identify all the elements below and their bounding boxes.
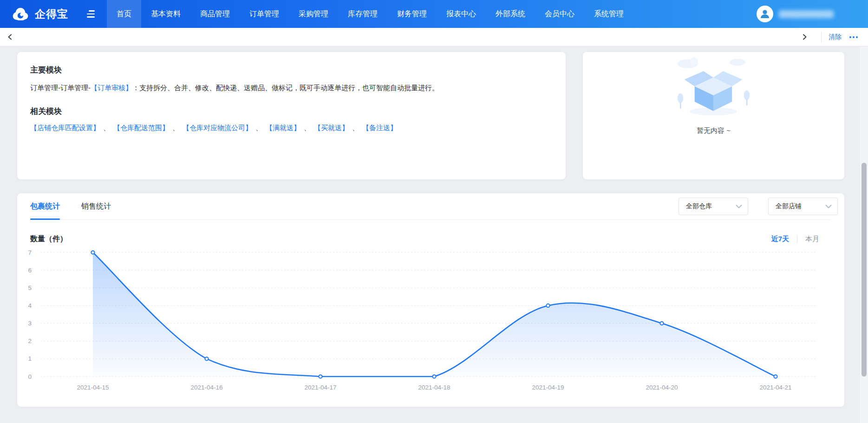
related-link-1[interactable]: 【仓库配送范围】 bbox=[113, 124, 169, 132]
svg-text:2021-04-18: 2021-04-18 bbox=[418, 384, 450, 391]
tab-package-stats[interactable]: 包裹统计 bbox=[30, 193, 60, 219]
nav-item-basic-data[interactable]: 基本资料 bbox=[141, 0, 190, 28]
related-link-2[interactable]: 【仓库对应物流公司】 bbox=[183, 124, 252, 132]
link-separator: 、 bbox=[352, 124, 359, 132]
warehouse-filter-select[interactable]: 全部仓库 bbox=[679, 198, 748, 215]
svg-text:2021-04-15: 2021-04-15 bbox=[77, 384, 109, 391]
top-navbar: 企得宝 首页基本资料商品管理订单管理采购管理库存管理财务管理报表中心外部系统会员… bbox=[0, 0, 868, 28]
svg-text:0: 0 bbox=[28, 373, 32, 380]
open-box-illustration bbox=[672, 56, 756, 120]
nav-item-external-system[interactable]: 外部系统 bbox=[486, 0, 535, 28]
related-link-5[interactable]: 【备注送】 bbox=[362, 124, 397, 132]
tab-history-toolbar: 清除 bbox=[0, 28, 868, 46]
range-divider bbox=[797, 236, 797, 243]
toolbar-divider bbox=[821, 32, 822, 43]
svg-text:2021-04-20: 2021-04-20 bbox=[646, 384, 678, 391]
warehouse-filter-value: 全部仓库 bbox=[686, 202, 712, 211]
nav-item-inventory-mgmt[interactable]: 库存管理 bbox=[338, 0, 387, 28]
desc-prefix: 订单管理-订单管理- bbox=[30, 84, 91, 92]
clear-tabs-button[interactable]: 清除 bbox=[829, 33, 842, 41]
link-separator: 、 bbox=[304, 124, 311, 132]
nav-item-member-center[interactable]: 会员中心 bbox=[535, 0, 584, 28]
shop-filter-value: 全部店铺 bbox=[776, 202, 802, 211]
chevron-right-icon[interactable] bbox=[795, 28, 814, 46]
nav-item-report-center[interactable]: 报表中心 bbox=[437, 0, 486, 28]
desc-rest: ：支持拆分、合并、修改、配快递、送赠品、做标记，既可手动逐单进行，也可智能自动批… bbox=[132, 84, 439, 92]
svg-text:2021-04-21: 2021-04-21 bbox=[759, 384, 791, 391]
module-description: 订单管理-订单管理-【订单审核】：支持拆分、合并、修改、配快递、送赠品、做标记，… bbox=[30, 82, 553, 93]
statistics-card: 包裹统计销售统计 全部仓库 全部店铺 数量（件） 近7天本月 012345672… bbox=[17, 193, 844, 407]
empty-content-card: 暂无内容 ~ bbox=[583, 52, 844, 179]
related-link-4[interactable]: 【买就送】 bbox=[314, 124, 349, 132]
shop-filter-select[interactable]: 全部店铺 bbox=[768, 198, 838, 215]
chart-unit-label: 数量（件） bbox=[30, 234, 67, 244]
svg-text:2: 2 bbox=[28, 337, 32, 344]
nav-item-product-mgmt[interactable]: 商品管理 bbox=[190, 0, 240, 28]
tab-sales-stats[interactable]: 销售统计 bbox=[81, 193, 111, 219]
stats-filters: 全部仓库 全部店铺 bbox=[679, 198, 838, 215]
nav-item-purchase-mgmt[interactable]: 采购管理 bbox=[289, 0, 338, 28]
user-avatar-icon[interactable] bbox=[757, 6, 773, 22]
chevron-left-icon[interactable] bbox=[0, 28, 20, 46]
page-scrollbar-thumb[interactable] bbox=[861, 163, 867, 377]
svg-text:1: 1 bbox=[28, 355, 32, 362]
svg-text:2021-04-16: 2021-04-16 bbox=[190, 384, 222, 391]
cloud-logo-icon bbox=[11, 5, 30, 23]
svg-text:4: 4 bbox=[28, 302, 32, 309]
nav-item-system-mgmt[interactable]: 系统管理 bbox=[584, 0, 633, 28]
username-blurred bbox=[779, 10, 834, 18]
svg-text:2021-04-17: 2021-04-17 bbox=[304, 384, 336, 391]
ellipsis-icon[interactable] bbox=[848, 34, 859, 40]
nav-item-finance-mgmt[interactable]: 财务管理 bbox=[387, 0, 437, 28]
range-toggle: 近7天本月 bbox=[771, 235, 831, 244]
svg-text:6: 6 bbox=[28, 267, 32, 274]
related-module-title: 相关模块 bbox=[30, 106, 553, 117]
hamburger-icon[interactable] bbox=[87, 10, 95, 18]
nav-item-home[interactable]: 首页 bbox=[107, 0, 141, 28]
related-link-3[interactable]: 【满就送】 bbox=[266, 124, 300, 132]
svg-text:5: 5 bbox=[28, 284, 32, 291]
range-last7days[interactable]: 近7天 bbox=[771, 235, 789, 244]
range-this-month[interactable]: 本月 bbox=[805, 235, 819, 244]
main-module-title: 主要模块 bbox=[30, 65, 553, 75]
order-audit-link[interactable]: 【订单审核】 bbox=[91, 84, 132, 92]
chevron-down-icon bbox=[736, 205, 742, 209]
user-area bbox=[757, 6, 834, 22]
related-links: 【店铺仓库匹配设置】、【仓库配送范围】、【仓库对应物流公司】、【满就送】、【买就… bbox=[30, 124, 553, 132]
chevron-down-icon bbox=[825, 205, 832, 209]
stats-tabbar: 包裹统计销售统计 全部仓库 全部店铺 bbox=[30, 193, 831, 220]
module-description-card: 主要模块 订单管理-订单管理-【订单审核】：支持拆分、合并、修改、配快递、送赠品… bbox=[17, 52, 566, 179]
brand-name: 企得宝 bbox=[35, 7, 68, 21]
brand-logo[interactable]: 企得宝 bbox=[11, 5, 68, 23]
link-separator: 、 bbox=[103, 124, 110, 132]
svg-text:7: 7 bbox=[28, 249, 32, 256]
related-link-0[interactable]: 【店铺仓库匹配设置】 bbox=[30, 124, 100, 132]
svg-text:2021-04-19: 2021-04-19 bbox=[532, 384, 564, 391]
main-navigation: 首页基本资料商品管理订单管理采购管理库存管理财务管理报表中心外部系统会员中心系统… bbox=[107, 0, 633, 28]
nav-item-order-mgmt[interactable]: 订单管理 bbox=[240, 0, 289, 28]
package-stats-chart: 012345672021-04-152021-04-162021-04-1720… bbox=[21, 249, 822, 397]
svg-text:3: 3 bbox=[28, 320, 32, 327]
page-scrollbar-track[interactable] bbox=[860, 46, 868, 423]
link-separator: 、 bbox=[255, 124, 262, 132]
link-separator: 、 bbox=[172, 124, 179, 132]
empty-content-text: 暂无内容 ~ bbox=[697, 126, 731, 135]
